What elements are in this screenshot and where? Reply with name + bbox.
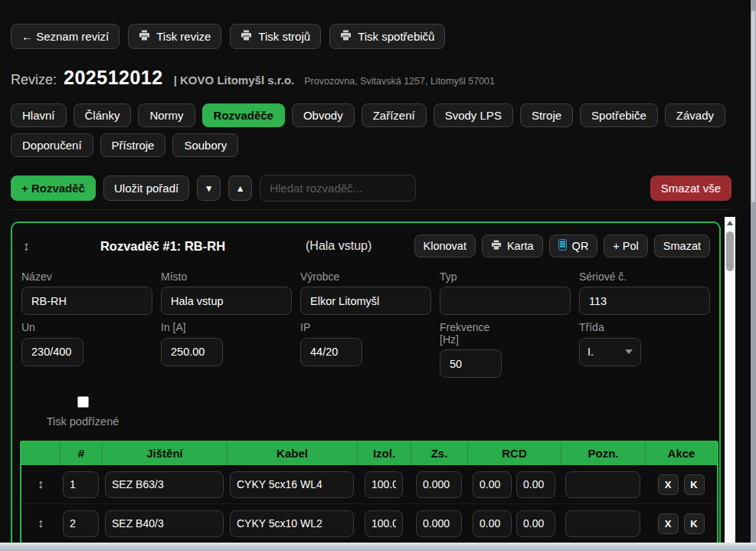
tab-obvody[interactable]: Obvody	[292, 103, 355, 127]
col-kabel: Kabel	[227, 442, 357, 465]
panel-header: ↕ Rozvaděč #1: RB-RH (Hala vstup) Klonov…	[12, 223, 719, 264]
delete-row-button[interactable]: X	[658, 474, 679, 495]
qr-button[interactable]: QR	[549, 235, 598, 257]
jisteni-input[interactable]	[105, 471, 224, 498]
kabel-input[interactable]	[230, 510, 354, 537]
in-label: In [A]	[161, 322, 292, 333]
zs-cell	[411, 510, 467, 537]
rcd2-input[interactable]	[516, 471, 555, 498]
print-spotrebicu-button[interactable]: Tisk spotřebičů	[329, 24, 445, 49]
num-cell	[60, 471, 102, 498]
tisk-podrizene-block: Tisk podřízené	[47, 396, 118, 428]
scroll-up-icon[interactable]	[725, 217, 735, 228]
tab-zavady[interactable]: Závady	[665, 103, 725, 127]
tab-rozvadece[interactable]: Rozvaděče	[202, 103, 285, 127]
tab-doporuceni[interactable]: Doporučení	[11, 133, 93, 157]
vyrobce-input[interactable]	[300, 287, 431, 315]
row-drag-handle-icon[interactable]: ↕	[21, 477, 60, 491]
company-address: Provozovna, Svitavská 1257, Litomyšl 570…	[304, 76, 495, 87]
window-scrollbar-thumb[interactable]	[751, 11, 755, 202]
typ-input[interactable]	[440, 287, 571, 315]
tab-soubory[interactable]: Soubory	[172, 133, 238, 157]
col-izol: Izol.	[357, 442, 411, 465]
row-drag-handle-icon[interactable]: ↕	[21, 517, 60, 530]
tab-hlavni[interactable]: Hlavní	[11, 103, 67, 127]
col-zs: Zs.	[411, 442, 467, 465]
rcd1-input[interactable]	[473, 471, 512, 498]
drag-handle-icon[interactable]: ↕	[23, 240, 38, 253]
akce-cell: X K	[645, 513, 717, 534]
form-row-2: Un In [A] IP Frekvence [Hz] Třída	[12, 315, 719, 378]
nazev-input[interactable]	[21, 287, 152, 315]
panel-actions: Klonovat Karta QR + Pol Smazat	[414, 235, 711, 257]
zs-input[interactable]	[416, 510, 462, 537]
izol-input[interactable]	[365, 510, 403, 537]
frekvence-input[interactable]	[440, 349, 502, 378]
tisk-podrizene-checkbox[interactable]	[77, 396, 89, 408]
tab-clanky[interactable]: Články	[74, 103, 132, 127]
chevron-down-icon	[625, 349, 633, 354]
un-input[interactable]	[21, 338, 83, 366]
save-order-button[interactable]: Uložit pořadí	[103, 175, 189, 201]
add-rozvadec-button[interactable]: + Rozvaděč	[11, 175, 96, 201]
num-input[interactable]	[63, 510, 99, 537]
trida-select[interactable]: I.	[579, 338, 641, 366]
revize-label: Revize:	[11, 72, 57, 88]
move-up-button[interactable]: ▲	[228, 175, 252, 201]
kabel-cell	[227, 471, 357, 498]
move-down-button[interactable]: ▼	[197, 175, 221, 201]
search-input[interactable]	[260, 175, 416, 202]
tab-normy[interactable]: Normy	[138, 103, 195, 127]
zs-cell	[411, 471, 467, 498]
qr-phone-icon	[558, 239, 567, 253]
seriove-input[interactable]	[579, 287, 710, 315]
ip-input[interactable]	[300, 338, 362, 366]
delete-all-button[interactable]: Smazat vše	[650, 175, 731, 201]
ip-label: IP	[300, 322, 431, 333]
tab-svody-lps[interactable]: Svody LPS	[434, 103, 513, 127]
window-horizontal-scrollbar[interactable]	[0, 543, 756, 551]
printer-icon	[340, 30, 352, 43]
revize-number: 202512012	[64, 67, 163, 89]
print-card-button[interactable]: Karta	[482, 235, 543, 257]
print-revize-button[interactable]: Tisk revize	[128, 24, 221, 49]
print-stroju-button[interactable]: Tisk strojů	[230, 24, 321, 49]
trida-selected-value: I.	[587, 346, 594, 358]
printer-icon	[241, 30, 252, 43]
pozn-input[interactable]	[565, 471, 640, 498]
delete-rozvadec-button[interactable]: Smazat	[654, 235, 710, 257]
k-row-button[interactable]: K	[684, 513, 705, 534]
tab-spotrebice[interactable]: Spotřebiče	[580, 103, 658, 127]
zs-input[interactable]	[416, 471, 462, 498]
panel-title-box: Rozvaděč #1: RB-RH	[38, 239, 287, 254]
tab-pristroje[interactable]: Přístroje	[100, 133, 166, 157]
back-to-revisions-button[interactable]: ← Seznam revizí	[11, 24, 119, 49]
izol-input[interactable]	[365, 471, 403, 498]
jisteni-input[interactable]	[105, 510, 224, 537]
misto-input[interactable]	[161, 287, 292, 315]
tab-zarizeni[interactable]: Zařízení	[362, 103, 427, 127]
seriove-label: Sériové č.	[579, 271, 710, 283]
seriove-field: Sériové č.	[579, 271, 710, 315]
company-name: | KOVO Litomyšl s.r.o.	[174, 74, 295, 87]
add-pol-button[interactable]: + Pol	[604, 235, 647, 257]
panel-scrollbar[interactable]	[725, 217, 735, 551]
in-input[interactable]	[161, 338, 223, 366]
tisk-podrizene-label: Tisk podřízené	[47, 415, 119, 428]
panel-title: Rozvaděč #1: RB-RH	[100, 239, 225, 253]
rcd2-input[interactable]	[516, 510, 555, 537]
kabel-input[interactable]	[230, 471, 354, 498]
app-screen: ← Seznam revizí Tisk revize Tisk strojů …	[0, 0, 756, 551]
tab-stroje[interactable]: Stroje	[520, 103, 573, 127]
clone-button[interactable]: Klonovat	[414, 235, 476, 257]
delete-row-button[interactable]: X	[658, 513, 679, 534]
print-stroju-label: Tisk strojů	[258, 30, 310, 43]
num-input[interactable]	[63, 471, 99, 498]
panel-scrollbar-thumb[interactable]	[726, 231, 734, 271]
top-button-bar: ← Seznam revizí Tisk revize Tisk strojů …	[11, 24, 731, 49]
rcd1-input[interactable]	[473, 510, 512, 537]
window-vertical-scrollbar[interactable]	[751, 0, 756, 551]
izol-cell	[357, 510, 411, 537]
k-row-button[interactable]: K	[684, 474, 705, 495]
pozn-input[interactable]	[565, 510, 640, 537]
